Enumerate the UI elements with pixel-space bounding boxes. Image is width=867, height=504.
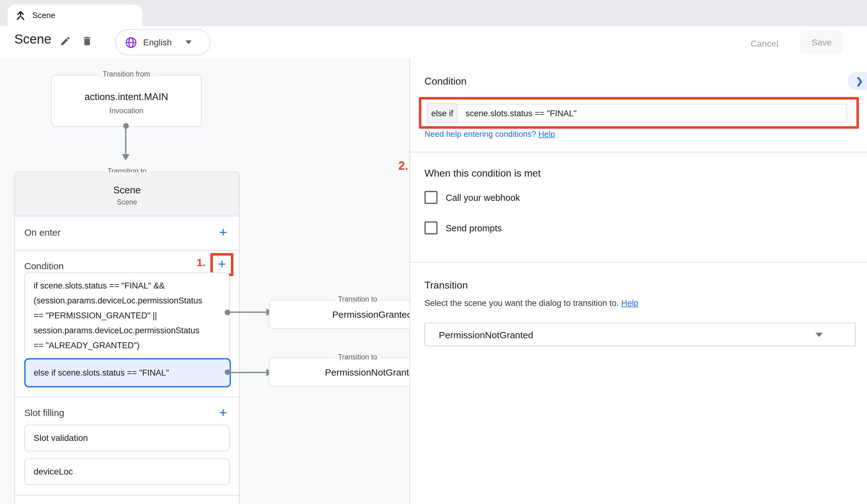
condition-line: == "PERMISSION_GRANTED" || bbox=[34, 308, 220, 324]
deviceloc-label: deviceLoc bbox=[25, 459, 229, 484]
webhook-row: Call your webhook bbox=[425, 191, 520, 204]
transition-help-link[interactable]: Help bbox=[621, 298, 639, 308]
condition-line: session.params.deviceLoc.permissionStatu… bbox=[34, 324, 220, 338]
condition-expression-input[interactable] bbox=[458, 104, 847, 122]
condition-card-1[interactable]: if scene.slots.status == "FINAL" && (ses… bbox=[24, 272, 230, 359]
chevron-down-icon bbox=[185, 41, 192, 44]
scene-node: Transition to Scene Scene On enter + Con… bbox=[14, 172, 239, 504]
transition-to-legend: Transition to bbox=[334, 353, 381, 361]
condition-2-text: else if scene.slots.status == "FINAL" bbox=[25, 359, 230, 386]
divider bbox=[15, 397, 239, 397]
transition-scene-dropdown[interactable]: PermissionNotGranted bbox=[425, 323, 856, 346]
add-slot-button[interactable]: + bbox=[219, 406, 227, 420]
send-prompts-label: Send prompts bbox=[446, 223, 502, 233]
on-enter-label: On enter bbox=[24, 227, 61, 238]
transition-heading: Transition bbox=[425, 280, 468, 291]
call-webhook-label: Call your webhook bbox=[446, 193, 520, 202]
arrowhead-down-icon bbox=[122, 154, 129, 161]
delete-icon[interactable] bbox=[82, 35, 93, 47]
collapse-panel-button[interactable]: ❯ bbox=[848, 72, 867, 89]
tab-strip: Scene bbox=[0, 0, 867, 26]
annotation-box-2: else if bbox=[419, 97, 859, 129]
connector-dot bbox=[123, 123, 129, 129]
slot-validation-card[interactable]: Slot validation bbox=[24, 425, 230, 451]
transition-description-text: Select the scene you want the dialog to … bbox=[425, 298, 619, 308]
slot-filling-label: Slot filling bbox=[24, 407, 64, 418]
annotation-step-2: 2. bbox=[398, 159, 408, 173]
connector-line bbox=[228, 372, 266, 373]
header: Scene English Cancel Save bbox=[0, 26, 867, 59]
intent-type: Invocation bbox=[52, 106, 201, 115]
transition-from-legend: Transition from bbox=[99, 70, 154, 78]
language-selector[interactable]: English bbox=[115, 29, 210, 55]
merge-arrow-icon bbox=[15, 10, 26, 21]
condition-line: if scene.slots.status == "FINAL" && bbox=[34, 278, 220, 294]
add-condition-button[interactable]: + bbox=[218, 258, 226, 271]
scene-editor: Scene Scene English Cancel Save bbox=[0, 0, 867, 504]
dropdown-arrow-icon bbox=[815, 332, 823, 337]
globe-icon bbox=[125, 36, 137, 48]
condition-section-label: Condition bbox=[24, 261, 64, 271]
intent-name: actions.intent.MAIN bbox=[52, 91, 201, 102]
page-title: Scene bbox=[14, 32, 51, 47]
cancel-button[interactable]: Cancel bbox=[751, 39, 779, 48]
divider bbox=[410, 152, 867, 152]
condition-detail-panel: ❯ Condition else if Need help entering c… bbox=[409, 58, 867, 504]
slot-validation-label: Slot validation bbox=[25, 425, 229, 451]
call-webhook-checkbox[interactable] bbox=[425, 191, 438, 204]
add-on-enter-button[interactable]: + bbox=[219, 226, 227, 239]
transition-to-legend: Transition to bbox=[334, 295, 381, 303]
condition-line: (session.params.deviceLoc.permissionStat… bbox=[34, 294, 220, 308]
annotation-step-1: 1. bbox=[197, 257, 205, 269]
language-value: English bbox=[143, 37, 172, 47]
help-link[interactable]: Help bbox=[538, 129, 555, 139]
panel-condition-heading: Condition bbox=[425, 76, 467, 87]
prompts-row: Send prompts bbox=[425, 221, 502, 234]
save-button[interactable]: Save bbox=[800, 31, 843, 54]
divider bbox=[410, 262, 867, 262]
condition-operator-chip: else if bbox=[427, 103, 458, 123]
chevron-right-icon: ❯ bbox=[856, 76, 863, 86]
divider bbox=[15, 250, 239, 251]
help-text: Need help entering conditions? bbox=[425, 129, 536, 139]
transition-scene-value: PermissionNotGranted bbox=[439, 329, 815, 340]
connector-line bbox=[228, 311, 266, 313]
transition-from-node[interactable]: Transition from actions.intent.MAIN Invo… bbox=[51, 75, 202, 127]
send-prompts-checkbox[interactable] bbox=[425, 221, 438, 234]
connector-line bbox=[125, 128, 126, 154]
tab-scene[interactable]: Scene bbox=[8, 4, 142, 26]
condition-help-line: Need help entering conditions? Help bbox=[425, 129, 555, 139]
scene-node-title: Scene bbox=[15, 185, 239, 196]
scene-node-subtitle: Scene bbox=[15, 198, 239, 206]
condition-card-2-selected[interactable]: else if scene.slots.status == "FINAL" bbox=[24, 358, 231, 387]
condition-line: == "ALREADY_GRANTED") bbox=[34, 338, 220, 353]
edit-icon[interactable] bbox=[60, 35, 71, 47]
divider bbox=[15, 495, 239, 496]
tab-label: Scene bbox=[32, 11, 55, 20]
transition-description: Select the scene you want the dialog to … bbox=[425, 298, 638, 308]
deviceloc-card[interactable]: deviceLoc bbox=[24, 458, 230, 485]
when-condition-heading: When this condition is met bbox=[425, 168, 541, 179]
scene-node-header[interactable]: Scene Scene bbox=[15, 172, 239, 216]
